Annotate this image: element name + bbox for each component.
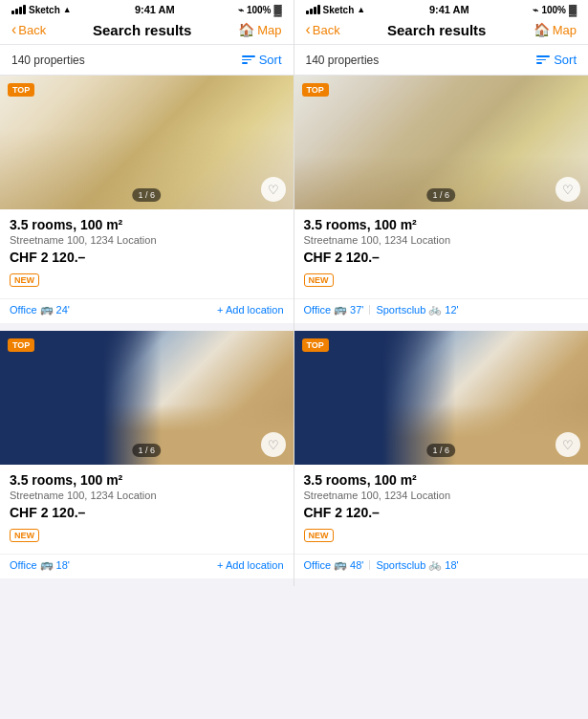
listing-title: 3.5 rooms, 100 m²: [304, 472, 579, 488]
carrier-label: Sketch: [323, 5, 355, 15]
listing-card[interactable]: TOP 1 / 6 ♡ 3.5 rooms, 100 m² Streetname…: [294, 76, 589, 323]
listing-address: Streetname 100, 1234 Location: [304, 490, 579, 501]
image-counter: 1 / 6: [426, 444, 455, 457]
card-footer: Office 🚌 37' Sportsclub 🚲 12': [294, 298, 589, 323]
signal-bars: [11, 5, 26, 14]
signal-bar-1: [306, 11, 309, 14]
office-tag: Office 🚌 48': [304, 558, 364, 571]
listing-price: CHF 2 120.–: [304, 505, 579, 520]
card-body: 3.5 rooms, 100 m² Streetname 100, 1234 L…: [0, 465, 294, 554]
battery-icon: ▓: [273, 4, 281, 15]
listings-container: TOP 1 / 6 ♡ 3.5 rooms, 100 m² Streetname…: [0, 76, 294, 586]
listing-title: 3.5 rooms, 100 m²: [10, 217, 284, 232]
listings-container: TOP 1 / 6 ♡ 3.5 rooms, 100 m² Streetname…: [294, 76, 589, 586]
back-button[interactable]: ‹ Back: [306, 21, 340, 38]
map-label: Map: [553, 23, 577, 37]
sort-label: Sort: [259, 53, 282, 67]
card-footer: Office 🚌 18' + Add location: [0, 554, 294, 578]
sort-button[interactable]: Sort: [536, 53, 577, 67]
new-badge: NEW: [304, 273, 334, 287]
sort-line-3: [536, 62, 542, 64]
add-location-button[interactable]: + Add location: [217, 304, 283, 316]
office-label: Office: [304, 304, 332, 316]
map-button[interactable]: 🏠 Map: [238, 22, 281, 37]
badge-row: NEW: [10, 270, 284, 287]
transit-time: 37': [350, 304, 363, 316]
chevron-left-icon: ‹: [306, 21, 311, 38]
top-badge: TOP: [302, 83, 329, 97]
signal-bars: [306, 5, 320, 14]
transit-time: 24': [56, 304, 70, 316]
bluetooth-icon: ⌁: [238, 5, 244, 15]
sports-icon: 🚲: [428, 558, 442, 571]
status-left: Sketch ▲: [306, 5, 366, 15]
battery-percent: 100%: [541, 5, 566, 15]
listing-price: CHF 2 120.–: [10, 250, 284, 265]
status-right: ⌁ 100% ▓: [533, 4, 577, 15]
sort-line-2: [242, 59, 251, 61]
add-location-button[interactable]: + Add location: [217, 559, 283, 571]
favorite-button[interactable]: ♡: [555, 177, 580, 202]
add-location-label: + Add location: [217, 304, 283, 316]
image-counter: 1 / 6: [132, 188, 161, 202]
badge-row: NEW: [304, 270, 579, 287]
listing-price: CHF 2 120.–: [304, 250, 579, 265]
sports-icon: 🚲: [428, 303, 442, 316]
office-label: Office: [10, 559, 37, 571]
sort-line-1: [242, 55, 255, 57]
status-bar: Sketch ▲ 9:41 AM ⌁ 100% ▓: [0, 0, 294, 17]
top-badge: TOP: [8, 338, 34, 352]
sort-label: Sort: [554, 53, 577, 67]
transit-time: 48': [350, 559, 363, 571]
bluetooth-icon: ⌁: [533, 5, 538, 15]
transit-time: 18': [56, 559, 70, 571]
sort-line-2: [536, 59, 546, 61]
signal-bar-3: [314, 7, 316, 14]
add-location-label: + Add location: [217, 559, 283, 571]
page-title: Search results: [93, 22, 191, 38]
signal-bar-2: [310, 9, 313, 14]
new-badge: NEW: [304, 529, 334, 542]
map-label: Map: [257, 23, 281, 37]
listing-address: Streetname 100, 1234 Location: [10, 490, 284, 501]
phones-wrapper: Sketch ▲ 9:41 AM ⌁ 100% ▓ ‹ Back Search …: [0, 0, 588, 586]
back-label: Back: [18, 23, 46, 37]
card-image-wrapper: TOP 1 / 6 ♡: [0, 331, 294, 465]
listing-card[interactable]: TOP 1 / 6 ♡ 3.5 rooms, 100 m² Streetname…: [294, 331, 589, 578]
card-image-wrapper: TOP 1 / 6 ♡: [0, 76, 294, 209]
nav-bar: ‹ Back Search results 🏠 Map: [0, 17, 294, 45]
transit-icon: 🚌: [40, 303, 54, 316]
filter-bar: 140 properties Sort: [294, 45, 589, 76]
back-button[interactable]: ‹ Back: [11, 21, 46, 38]
signal-bar-4: [23, 5, 26, 14]
favorite-button[interactable]: ♡: [555, 432, 580, 457]
listing-card[interactable]: TOP 1 / 6 ♡ 3.5 rooms, 100 m² Streetname…: [0, 331, 294, 578]
map-icon: 🏠: [534, 22, 550, 37]
status-left: Sketch ▲: [11, 5, 72, 15]
map-icon: 🏠: [238, 22, 254, 37]
sort-icon: [242, 55, 255, 64]
top-badge: TOP: [8, 83, 34, 97]
footer-divider: [369, 560, 370, 570]
sportsclub-tag: Sportsclub 🚲 12': [376, 303, 458, 316]
wifi-icon: ▲: [357, 5, 365, 14]
listing-address: Streetname 100, 1234 Location: [304, 234, 579, 246]
signal-bar-4: [317, 5, 320, 14]
office-label: Office: [10, 304, 37, 316]
favorite-button[interactable]: ♡: [261, 177, 286, 202]
phone-right: Sketch ▲ 9:41 AM ⌁ 100% ▓ ‹ Back Search …: [294, 0, 589, 586]
listing-card[interactable]: TOP 1 / 6 ♡ 3.5 rooms, 100 m² Streetname…: [0, 76, 294, 323]
listing-price: CHF 2 120.–: [10, 505, 284, 520]
transit-icon: 🚌: [334, 558, 347, 571]
sort-button[interactable]: Sort: [242, 53, 282, 67]
transit-icon: 🚌: [40, 558, 54, 571]
sportsclub-label: Sportsclub: [376, 304, 425, 316]
sports-time: 18': [445, 559, 458, 571]
new-badge: NEW: [10, 273, 39, 287]
card-footer: Office 🚌 24' + Add location: [0, 298, 294, 323]
status-right: ⌁ 100% ▓: [238, 4, 282, 15]
favorite-button[interactable]: ♡: [261, 432, 286, 457]
listing-title: 3.5 rooms, 100 m²: [304, 217, 579, 232]
map-button[interactable]: 🏠 Map: [534, 22, 577, 37]
sportsclub-label: Sportsclub: [376, 559, 425, 571]
